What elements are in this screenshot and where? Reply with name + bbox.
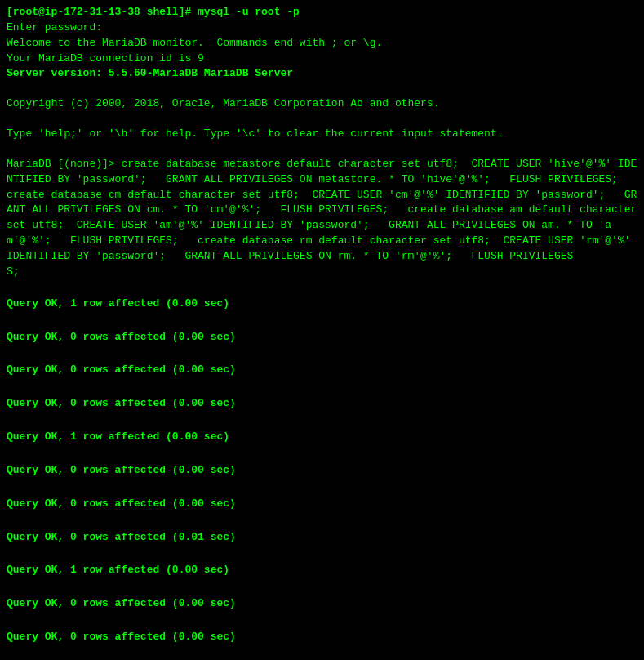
- results-container: Query OK, 1 row affected (0.00 sec)Query…: [7, 297, 637, 660]
- query-result-2: Query OK, 0 rows affected (0.00 sec): [7, 330, 637, 346]
- query-result-1: Query OK, 1 row affected (0.00 sec): [7, 297, 637, 312]
- result-spacer-8: [7, 580, 637, 595]
- welcome-line3: Server version: 5.5.60-MariaDB MariaDB S…: [7, 66, 637, 82]
- result-spacer-0: [7, 314, 637, 328]
- result-spacer-10: [7, 647, 637, 660]
- spacer2: [7, 112, 637, 127]
- result-spacer-3: [7, 413, 637, 428]
- query-result-4: Query OK, 0 rows affected (0.00 sec): [7, 396, 637, 412]
- result-spacer-9: [7, 613, 637, 628]
- query-result-8: Query OK, 0 rows affected (0.01 sec): [7, 530, 637, 546]
- query-result-7: Query OK, 0 rows affected (0.00 sec): [7, 497, 637, 512]
- query-result-3: Query OK, 0 rows affected (0.00 sec): [7, 363, 637, 378]
- query-result-5: Query OK, 1 row affected (0.00 sec): [7, 430, 637, 445]
- query-result-11: Query OK, 0 rows affected (0.00 sec): [7, 630, 637, 645]
- result-spacer-7: [7, 546, 637, 561]
- spacer4: [7, 280, 637, 295]
- query-result-10: Query OK, 0 rows affected (0.00 sec): [7, 596, 637, 612]
- result-spacer-1: [7, 346, 637, 361]
- terminal-window: [root@ip-172-31-13-38 shell]# mysql -u r…: [0, 0, 644, 660]
- query-result-6: Query OK, 0 rows affected (0.00 sec): [7, 463, 637, 479]
- help-line: Type 'help;' or '\h' for help. Type '\c'…: [7, 127, 637, 142]
- result-spacer-6: [7, 514, 637, 528]
- welcome-line1: Welcome to the MariaDB monitor. Commands…: [7, 36, 637, 51]
- command-block[interactable]: MariaDB [(none)]> create database metast…: [7, 157, 637, 280]
- welcome-line2: Your MariaDB connection id is 9: [7, 51, 637, 67]
- spacer3: [7, 142, 637, 157]
- spacer1: [7, 82, 637, 96]
- prompt-line: [root@ip-172-31-13-38 shell]# mysql -u r…: [7, 5, 637, 20]
- enter-password: Enter password:: [7, 20, 637, 36]
- result-spacer-2: [7, 380, 637, 395]
- copyright-line: Copyright (c) 2000, 2018, Oracle, MariaD…: [7, 96, 637, 112]
- query-result-9: Query OK, 1 row affected (0.00 sec): [7, 563, 637, 578]
- result-spacer-4: [7, 447, 637, 462]
- result-spacer-5: [7, 480, 637, 495]
